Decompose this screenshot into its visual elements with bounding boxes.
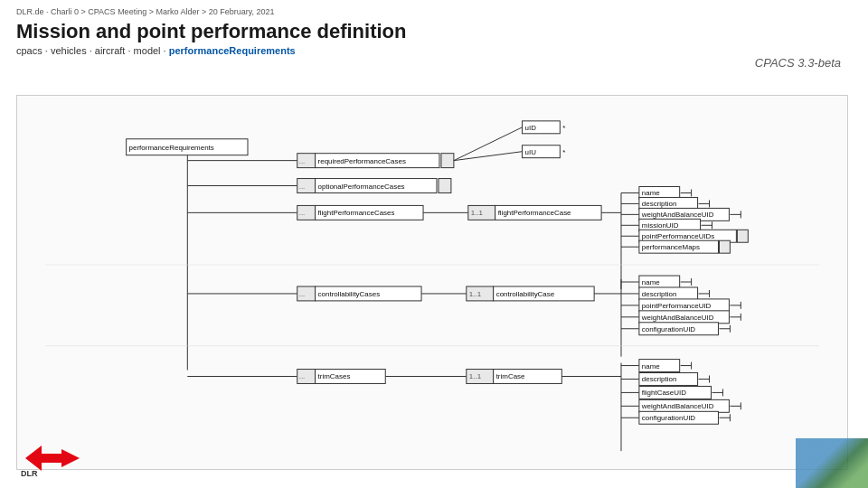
svg-rect-58 [737,230,748,242]
svg-text:uIU: uIU [525,148,537,156]
diagram-area: performanceRequirements ... requiredPerf… [16,95,848,470]
svg-text:performanceMaps: performanceMaps [642,243,700,251]
cpacs-version-label: CPACS 3.3-beta [755,56,841,70]
svg-text:requiredPerformanceCases: requiredPerformanceCases [318,157,406,165]
svg-text:flightPerformanceCase: flightPerformanceCase [498,209,571,217]
svg-text:1..1: 1..1 [469,290,482,298]
svg-text:...: ... [299,157,306,165]
svg-text:trimCase: trimCase [496,372,525,380]
title-area: Mission and point performance definition… [16,20,406,56]
svg-text:uID: uID [525,124,537,132]
svg-text:name: name [642,362,660,371]
svg-rect-62 [719,240,730,253]
svg-text:*: * [562,148,565,156]
svg-text:missionUID: missionUID [642,221,679,230]
svg-text:...: ... [299,290,306,298]
svg-text:trimCases: trimCases [318,372,351,380]
svg-text:performanceRequirements: performanceRequirements [129,144,214,152]
svg-text:...: ... [299,209,306,217]
svg-text:...: ... [299,183,306,191]
svg-text:weightAndBalanceUID: weightAndBalanceUID [641,402,714,410]
svg-text:description: description [642,375,676,383]
svg-rect-8 [441,154,454,168]
svg-marker-139 [25,446,80,471]
svg-text:1..1: 1..1 [471,209,484,217]
svg-text:configurationUID: configurationUID [642,325,695,333]
map-thumbnail [796,438,868,488]
svg-text:name: name [642,189,660,197]
page-title: Mission and point performance definition [16,20,406,43]
svg-text:name: name [642,278,660,286]
svg-text:DLR: DLR [21,469,38,478]
svg-text:optionalPerformanceCases: optionalPerformanceCases [318,183,405,191]
svg-rect-22 [439,179,451,193]
svg-text:*: * [562,124,565,132]
svg-text:controllabilityCase: controllabilityCase [496,290,555,298]
svg-text:weightAndBalanceUID: weightAndBalanceUID [641,314,714,322]
svg-text:pointPerformanceUIDs: pointPerformanceUIDs [642,232,714,240]
svg-text:flightCaseUID: flightCaseUID [642,389,686,397]
svg-text:controllabilityCases: controllabilityCases [318,290,381,298]
diagram-svg: performanceRequirements ... requiredPerf… [17,96,847,469]
svg-text:flightPerformanceCases: flightPerformanceCases [318,209,395,217]
svg-text:1..1: 1..1 [469,372,482,380]
svg-line-9 [454,127,523,161]
breadcrumb: DLR.de · Charli 0 > CPACS Meeting > Mark… [16,7,275,16]
path-breadcrumb: cpacs · vehicles · aircraft · model · pe… [16,45,406,56]
svg-text:...: ... [299,372,306,380]
svg-text:weightAndBalanceUID: weightAndBalanceUID [641,211,714,219]
dlr-logo: DLR [16,438,89,479]
svg-text:configurationUID: configurationUID [642,414,695,422]
svg-text:pointPerformanceUID: pointPerformanceUID [642,302,712,310]
svg-text:description: description [642,290,676,298]
svg-text:description: description [642,200,676,208]
